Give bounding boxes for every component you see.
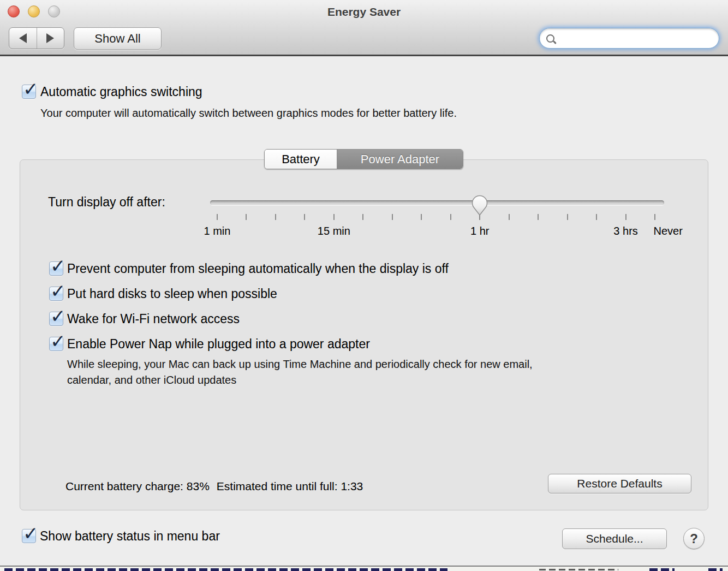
auto-graphics-label: Automatic graphics switching bbox=[40, 85, 202, 99]
help-button[interactable]: ? bbox=[683, 528, 705, 549]
power-source-tabs: Battery Power Adapter bbox=[264, 149, 463, 169]
display-off-slider: 1 min15 min1 hr3 hrsNever bbox=[210, 198, 664, 242]
checkmark-icon: ✓ bbox=[50, 305, 66, 327]
forward-arrow-icon bbox=[46, 33, 54, 43]
slider-tick-label: 15 min bbox=[318, 225, 350, 237]
slider-tick-labels: 1 min15 min1 hr3 hrsNever bbox=[210, 198, 664, 242]
tab-battery[interactable]: Battery bbox=[265, 150, 337, 169]
clipped-glyphs bbox=[539, 569, 618, 570]
show-battery-status-checkbox[interactable]: ✓ bbox=[22, 529, 36, 543]
energy-saver-window: Energy Saver Show All ✓ Automatic graphi… bbox=[0, 0, 728, 571]
wake-wifi-label: Wake for Wi-Fi network access bbox=[67, 312, 240, 326]
checkmark-icon: ✓ bbox=[50, 280, 66, 302]
power-nap-description: While sleeping, your Mac can back up usi… bbox=[67, 356, 533, 388]
power-nap-checkbox[interactable]: ✓ bbox=[49, 337, 63, 351]
forward-button[interactable] bbox=[37, 28, 64, 49]
search-input[interactable] bbox=[558, 31, 719, 46]
checkmark-icon: ✓ bbox=[50, 330, 66, 352]
tab-power-adapter[interactable]: Power Adapter bbox=[337, 150, 463, 169]
title-toolbar: Energy Saver Show All bbox=[0, 0, 728, 56]
wake-wifi-checkbox[interactable]: ✓ bbox=[49, 312, 63, 326]
clipped-content-strip bbox=[0, 567, 728, 571]
restore-defaults-button[interactable]: Restore Defaults bbox=[548, 474, 691, 493]
search-field[interactable] bbox=[539, 28, 719, 49]
auto-graphics-description: Your computer will automatically switch … bbox=[40, 107, 457, 120]
clipped-glyphs bbox=[708, 568, 723, 571]
back-button[interactable] bbox=[9, 28, 37, 49]
power-nap-description-line2: calendar, and other iCloud updates bbox=[67, 372, 533, 388]
clipped-glyphs bbox=[4, 568, 447, 571]
back-arrow-icon bbox=[19, 33, 27, 43]
search-icon bbox=[546, 34, 554, 43]
power-nap-description-line1: While sleeping, your Mac can back up usi… bbox=[67, 356, 533, 372]
schedule-button[interactable]: Schedule... bbox=[562, 528, 667, 549]
checkmark-icon: ✓ bbox=[50, 255, 66, 277]
display-off-label: Turn display off after: bbox=[48, 195, 165, 210]
clipped-glyphs bbox=[649, 568, 675, 571]
auto-graphics-checkbox[interactable]: ✓ bbox=[22, 85, 36, 99]
battery-status-line: Current battery charge: 83%Estimated tim… bbox=[65, 480, 363, 493]
nav-button-group bbox=[9, 27, 64, 49]
time-until-full-text: Estimated time until full: 1:33 bbox=[217, 480, 363, 492]
slider-tick-label: 3 hrs bbox=[613, 225, 637, 237]
checkmark-icon: ✓ bbox=[23, 78, 39, 100]
slider-tick-label: 1 min bbox=[204, 225, 231, 237]
window-title: Energy Saver bbox=[0, 5, 728, 19]
slider-tick-label: Never bbox=[654, 225, 683, 237]
hard-disks-sleep-checkbox[interactable]: ✓ bbox=[49, 287, 63, 301]
slider-tick-label: 1 hr bbox=[470, 225, 489, 237]
prevent-sleep-checkbox[interactable]: ✓ bbox=[49, 261, 63, 276]
power-nap-label: Enable Power Nap while plugged into a po… bbox=[67, 337, 370, 352]
prevent-sleep-label: Prevent computer from sleeping automatic… bbox=[67, 261, 449, 276]
checkmark-icon: ✓ bbox=[23, 522, 39, 544]
battery-charge-text: Current battery charge: 83% bbox=[65, 480, 210, 492]
hard-disks-sleep-label: Put hard disks to sleep when possible bbox=[67, 287, 277, 301]
show-battery-status-label: Show battery status in menu bar bbox=[40, 529, 220, 544]
show-all-button[interactable]: Show All bbox=[74, 27, 162, 50]
slider-thumb[interactable] bbox=[471, 194, 488, 218]
